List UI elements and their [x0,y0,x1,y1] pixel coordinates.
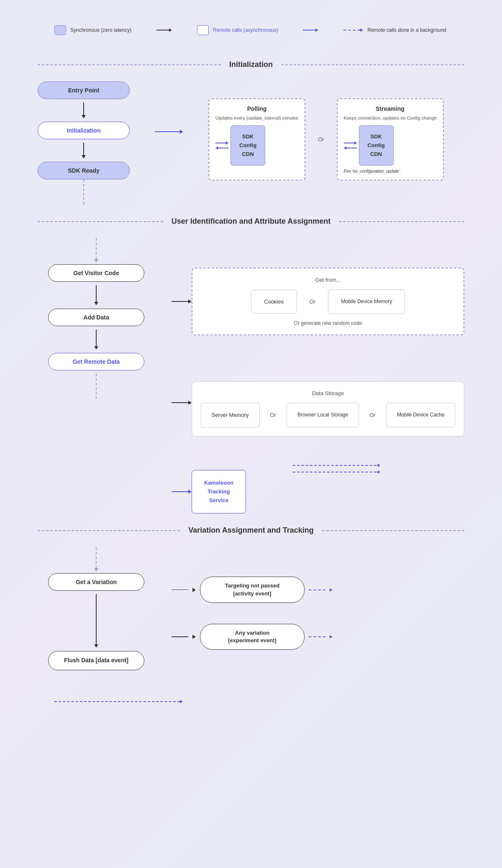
dashed-in-variation [96,547,97,568]
streaming-sdk-arrows: SDKConfigCDN [344,125,437,166]
get-from-box: Get from... Cookies Or Mobile Device Mem… [192,268,464,335]
arrow-variation-flush [94,594,98,648]
streaming-sdk-box: SDKConfigCDN [359,125,394,166]
flush-dashed-arrow [180,700,183,703]
uid-right-panels: Get from... Cookies Or Mobile Device Mem… [155,238,464,513]
kameleoon-box: KameleoonTrackingService [192,470,246,513]
visitor-connector-row: Get from... Cookies Or Mobile Device Mem… [172,268,464,335]
remote-icon [197,25,209,35]
get-from-title: Get from... [201,277,455,283]
connector-line [155,131,180,132]
streaming-arrows [344,141,357,150]
legend-arrow-down [156,28,172,32]
divider-line-right [281,64,464,65]
legend-sync: Synchronous (zero latency) [54,25,131,35]
stream-arrow-left [344,146,357,150]
initialization-pill: Initialization [38,122,130,139]
variation-right: Targeting not passed [activity event] An… [155,577,464,703]
dashed-arrow-icon [343,28,363,32]
add-data-pill: Add Data [48,309,144,326]
sync-icon [54,25,66,35]
branch-arrow-1 [192,588,196,592]
dashed-return-arrow-1 [376,464,379,467]
any-variation-pill: Any variation [experiment event] [200,624,305,650]
arrow-visitor-add [94,285,98,305]
targeting-row: Targeting not passed [activity event] [172,577,464,602]
init-layout: Entry Point Initialization SDK Ready [38,82,464,204]
branch-line-2 [172,636,188,637]
visitor-code-layout: Get Visitor Code Add Data Get Remote [38,238,464,513]
var-divider-right [322,530,464,531]
storage-connector-arrow [188,401,192,405]
init-left-col: Entry Point Initialization SDK Ready [38,82,130,204]
targeting-dashed-arrow [330,588,333,592]
blue-arrow-icon [303,28,318,32]
streaming-title: Streaming [344,105,437,112]
dashed-return-arrow-2 [376,470,379,474]
fire-note: Fire 'on_configuration_update' [344,169,437,174]
legend: Synchronous (zero latency) Remote calls … [38,17,464,43]
branch-line-1 [172,590,188,590]
solid-arrow-icon [156,28,172,32]
any-variation-row: Any variation [experiment event] [172,624,464,650]
dashed-return-1 [293,464,379,467]
data-storage-options: Server Memory Or Browser Local Storage O… [200,403,456,428]
arrow-add-remote [94,329,98,350]
dashed-in-visitor [96,238,97,259]
arrow-entry-init [82,102,86,118]
or-polling-streaming: Or [318,136,324,143]
kameleoon-return-arrows [293,464,379,474]
uid-divider-left [38,221,163,222]
streaming-box: Streaming Keeps connection, updates on C… [337,98,444,181]
mobile-memory-option: Mobile Device Memory [328,289,405,314]
targeting-dashed-line [309,590,325,590]
polling-desc: Updates every {update_interval} minutes [215,115,298,120]
data-storage-box: Data Storage Server Memory Or Browser Lo… [192,381,464,437]
any-var-dashed-line [309,636,325,637]
dashed-vertical-init [83,179,84,204]
variation-layout: Get a Variation Flush Data [data event] [38,547,464,703]
dashed-return-2 [293,470,379,474]
kameleoon-connector-arrow [188,490,192,494]
browser-storage-option: Browser Local Storage [287,403,359,427]
page-container: Synchronous (zero latency) Remote calls … [0,0,502,868]
visitor-connector-arrow [188,299,192,304]
sdk-ready-pill: SDK Ready [38,162,130,179]
uid-divider-right [339,221,464,222]
init-title: Initialization [221,60,281,69]
legend-blue-arrow [303,28,318,32]
variation-left: Get a Variation Flush Data [data event] [38,547,155,670]
or-generate-text: Or generate new random code [201,320,455,326]
visitor-code-pill: Get Visitor Code [48,264,144,282]
data-storage-connector-row: Data Storage Server Memory Or Browser Lo… [172,369,464,437]
poll-arrow-left [215,146,228,150]
connector-arrow [180,130,183,134]
legend-remote: Remote calls (asynchronous) [197,25,278,35]
dashed-arrow-visitor [94,259,98,263]
server-memory-option: Server Memory [201,403,260,428]
sync-label: Synchronous (zero latency) [70,27,131,33]
background-label: Remote calls done in a background [367,27,446,33]
streaming-desc: Keeps connection, updates on Config chan… [344,115,437,120]
initialization-section: Initialization Entry Point Initializatio… [38,60,464,204]
variation-title: Variation Assignment and Tracking [180,526,322,535]
arrow-init-sdk [82,143,86,158]
get-variation-pill: Get a Variation [48,573,144,591]
or1-storage: Or [270,412,276,418]
flush-data-pill: Flush Data [data event] [48,651,144,670]
user-id-section: User Identification and Attribute Assign… [38,217,464,513]
get-from-options: Cookies Or Mobile Device Memory [201,289,455,314]
or2-storage: Or [369,412,375,418]
uid-divider: User Identification and Attribute Assign… [38,217,464,226]
variation-section: Variation Assignment and Tracking Get a … [38,526,464,703]
entry-point-pill: Entry Point [38,82,130,99]
remote-label: Remote calls (asynchronous) [213,27,278,33]
dashed-line-1 [293,465,376,466]
init-right-col: Polling Updates every {update_interval} … [208,98,444,181]
divider-line-left [38,64,221,65]
kameleoon-connector-row: KameleoonTrackingService [172,470,464,513]
kameleoon-connector-line [172,491,188,492]
var-divider-left [38,530,180,531]
polling-title: Polling [215,105,298,112]
mobile-cache-option: Mobile Device Cache [386,403,455,427]
